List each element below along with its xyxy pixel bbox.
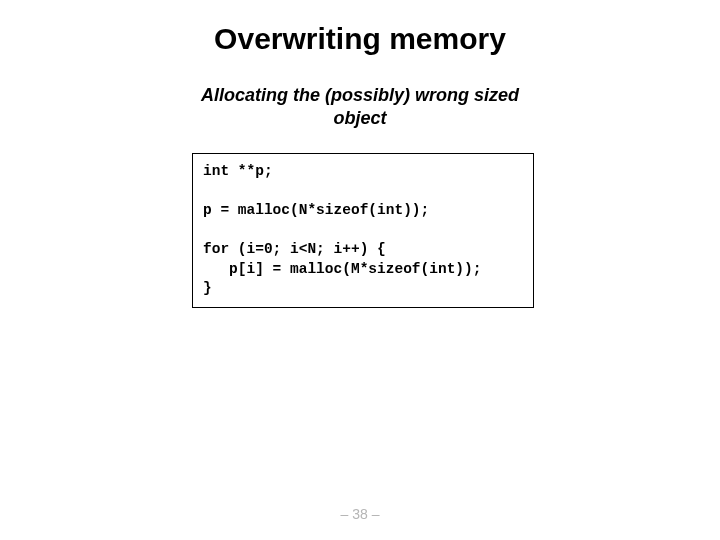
slide-subtitle: Allocating the (possibly) wrong sized ob… [180,84,540,129]
code-block: int **p; p = malloc(N*sizeof(int)); for … [192,153,534,308]
slide: Overwriting memory Allocating the (possi… [0,0,720,540]
page-number: – 38 – [0,506,720,522]
slide-title: Overwriting memory [0,0,720,56]
